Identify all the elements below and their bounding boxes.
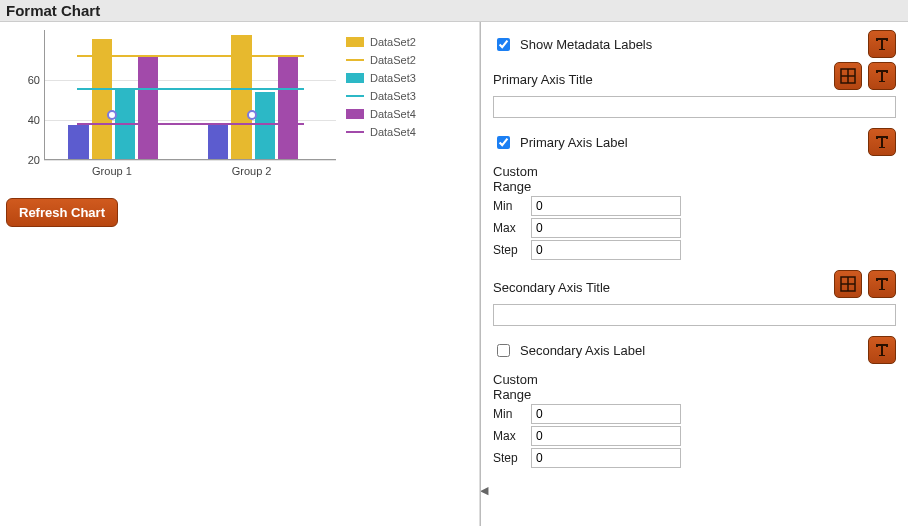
text-style-button[interactable] bbox=[868, 30, 896, 58]
secondary-axis-label-checkbox[interactable] bbox=[497, 344, 510, 357]
primary-max-input[interactable] bbox=[531, 218, 681, 238]
custom-range-label: Custom Range bbox=[493, 164, 553, 194]
bar bbox=[208, 125, 228, 159]
step-label: Step bbox=[493, 243, 527, 257]
line bbox=[77, 55, 304, 57]
ytick-60: 60 bbox=[6, 74, 40, 86]
grid-button[interactable] bbox=[834, 62, 862, 90]
text-icon bbox=[874, 68, 890, 84]
secondary-max-input[interactable] bbox=[531, 426, 681, 446]
text-style-button[interactable] bbox=[868, 128, 896, 156]
text-icon bbox=[874, 134, 890, 150]
text-style-button[interactable] bbox=[868, 336, 896, 364]
line-marker bbox=[247, 110, 257, 120]
secondary-min-input[interactable] bbox=[531, 404, 681, 424]
grid-button[interactable] bbox=[834, 270, 862, 298]
min-label: Min bbox=[493, 407, 527, 421]
primary-axis-label-label: Primary Axis Label bbox=[520, 135, 862, 150]
text-style-button[interactable] bbox=[868, 270, 896, 298]
primary-axis-title-label: Primary Axis Title bbox=[493, 72, 828, 87]
bar bbox=[278, 56, 298, 159]
secondary-axis-title-input[interactable] bbox=[493, 304, 896, 326]
bar bbox=[255, 92, 275, 159]
min-label: Min bbox=[493, 199, 527, 213]
ytick-40: 40 bbox=[6, 114, 40, 126]
show-metadata-labels-label: Show Metadata Labels bbox=[520, 37, 862, 52]
ytick-20: 20 bbox=[6, 154, 40, 166]
bar bbox=[231, 35, 251, 159]
primary-min-input[interactable] bbox=[531, 196, 681, 216]
refresh-chart-button[interactable]: Refresh Chart bbox=[6, 198, 118, 227]
chart-preview: 20 40 60 bbox=[6, 30, 336, 180]
grid-icon bbox=[840, 68, 856, 84]
x-category: Group 2 bbox=[212, 165, 292, 177]
custom-range-label: Custom Range bbox=[493, 372, 553, 402]
secondary-step-input[interactable] bbox=[531, 448, 681, 468]
text-icon bbox=[874, 276, 890, 292]
text-style-button[interactable] bbox=[868, 62, 896, 90]
line bbox=[77, 88, 304, 90]
chart-legend: DataSet2 DataSet2 DataSet3 DataSet3 Data… bbox=[346, 30, 416, 144]
primary-step-input[interactable] bbox=[531, 240, 681, 260]
text-icon bbox=[874, 36, 890, 52]
secondary-axis-title-label: Secondary Axis Title bbox=[493, 280, 828, 295]
x-category: Group 1 bbox=[72, 165, 152, 177]
show-metadata-labels-checkbox[interactable] bbox=[497, 38, 510, 51]
bar bbox=[138, 57, 158, 159]
max-label: Max bbox=[493, 429, 527, 443]
page-title: Format Chart bbox=[0, 0, 908, 22]
secondary-axis-label-label: Secondary Axis Label bbox=[520, 343, 862, 358]
line-marker bbox=[107, 110, 117, 120]
primary-axis-title-input[interactable] bbox=[493, 96, 896, 118]
grid-icon bbox=[840, 276, 856, 292]
bar bbox=[68, 125, 88, 159]
primary-axis-label-checkbox[interactable] bbox=[497, 136, 510, 149]
max-label: Max bbox=[493, 221, 527, 235]
collapse-handle-icon[interactable]: ◀ bbox=[480, 484, 490, 498]
text-icon bbox=[874, 342, 890, 358]
line bbox=[77, 123, 304, 125]
step-label: Step bbox=[493, 451, 527, 465]
